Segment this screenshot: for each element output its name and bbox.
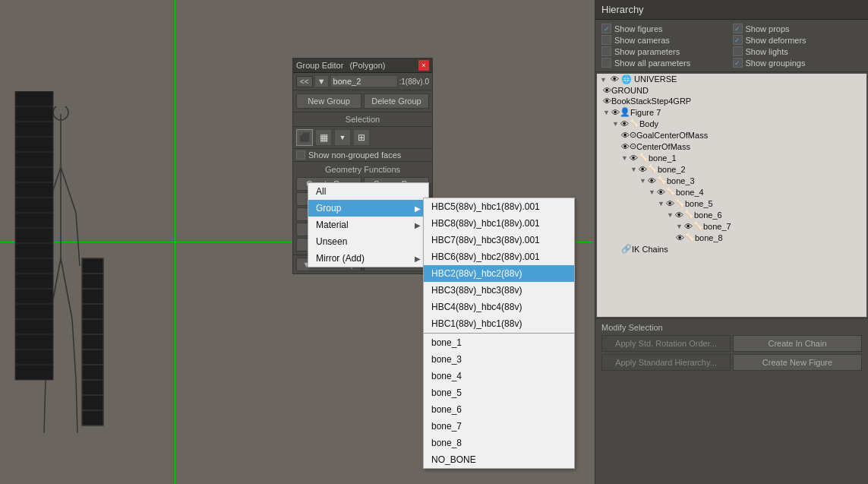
show-lights-checkbox[interactable] bbox=[733, 46, 743, 56]
tree-item-ground[interactable]: 👁 GROUND bbox=[597, 85, 866, 96]
collapse-arrow: ▼ bbox=[612, 120, 619, 128]
menu-item-unseen[interactable]: Unseen bbox=[308, 233, 428, 250]
arrow-icon: ▶ bbox=[415, 221, 421, 229]
nav-back-button[interactable]: << bbox=[296, 76, 313, 87]
create-in-chain-button[interactable]: Create In Chain bbox=[733, 335, 862, 352]
collapse-arrow: ▼ bbox=[603, 109, 610, 116]
bone-icon: 🦴 bbox=[684, 233, 695, 242]
submenu-item-4[interactable]: HBC2(88v)_hbc2(88v) bbox=[424, 265, 574, 282]
show-figures-label: Show figures bbox=[614, 24, 663, 33]
tree-item-bookstack[interactable]: 👁 BookStackStep4GRP bbox=[597, 96, 866, 106]
tree-item-figure7[interactable]: ▼ 👁 👤 Figure 7 bbox=[597, 106, 866, 118]
eye-icon: 👁 bbox=[666, 199, 674, 208]
show-props-label: Show props bbox=[746, 24, 790, 33]
show-parameters-checkbox[interactable] bbox=[601, 46, 611, 56]
bone-icon: 🦴 bbox=[665, 187, 676, 197]
apply-standard-hierarchy-button[interactable]: Apply Standard Hierarchy... bbox=[601, 354, 731, 371]
tree-item-body[interactable]: ▼ 👁 🦴 Body bbox=[597, 118, 866, 129]
show-all-parameters-label: Show all parameters bbox=[614, 59, 690, 68]
apply-std-rotation-button[interactable]: Apply Std. Rotation Order... bbox=[601, 335, 731, 352]
option-show-figures: Show figures bbox=[601, 24, 731, 33]
tree-item-ikchains[interactable]: 🔗 IK Chains bbox=[597, 243, 866, 255]
panel-title-text: Group Editor bbox=[296, 61, 343, 70]
tree-item-bone2[interactable]: ▼ 👁 🦴 bone_2 bbox=[597, 163, 866, 175]
show-non-grouped-checkbox[interactable] bbox=[296, 150, 305, 160]
show-deformers-checkbox[interactable] bbox=[733, 35, 743, 45]
tree-item-bone6[interactable]: ▼ 👁 🦴 bone_6 bbox=[597, 209, 866, 220]
modify-selection-section: Modify Selection Apply Std. Rotation Ord… bbox=[595, 318, 868, 377]
submenu-item-0[interactable]: HBC5(88v)_hbc1(88v).001 bbox=[424, 198, 574, 215]
submenu-item-5[interactable]: HBC3(88v)_hbc3(88v) bbox=[424, 282, 574, 299]
svg-line-7 bbox=[61, 258, 72, 319]
group-buttons-row: New Group Delete Group bbox=[293, 90, 432, 112]
tree-item-centerofmass[interactable]: 👁 ⊙ CenterOfMass bbox=[597, 141, 866, 152]
show-props-checkbox[interactable] bbox=[733, 24, 743, 33]
selection-icons-row: ⬛ ▦ ▼ ⊞ bbox=[293, 127, 432, 149]
submenu-item-15[interactable]: NO_BONE bbox=[424, 451, 574, 468]
collapse-arrow: ▼ bbox=[639, 177, 646, 185]
tree-label: Body bbox=[639, 119, 658, 128]
submenu-item-10[interactable]: bone_4 bbox=[424, 368, 574, 384]
select-dropdown-icon[interactable]: ▼ bbox=[334, 129, 351, 146]
svg-line-2 bbox=[61, 167, 76, 213]
submenu-item-12[interactable]: bone_6 bbox=[424, 401, 574, 418]
show-groupings-label: Show groupings bbox=[746, 59, 806, 68]
bone-info: :1(88v).0 bbox=[399, 78, 429, 86]
tree-item-bone1[interactable]: ▼ 👁 🦴 bone_1 bbox=[597, 152, 866, 163]
menu-item-all[interactable]: All bbox=[308, 183, 428, 200]
show-figures-checkbox[interactable] bbox=[601, 24, 611, 33]
menu-item-group[interactable]: Group ▶ bbox=[308, 200, 428, 217]
new-group-button[interactable]: New Group bbox=[296, 93, 361, 109]
submenu-item-14[interactable]: bone_8 bbox=[424, 435, 574, 451]
tree-label: bone_1 bbox=[649, 153, 677, 163]
eye-icon: 👁 bbox=[603, 96, 611, 106]
submenu-item-11[interactable]: bone_5 bbox=[424, 384, 574, 401]
menu-item-mirror[interactable]: Mirror (Add) ▶ bbox=[308, 250, 428, 267]
dot-icon: ⊙ bbox=[630, 141, 636, 151]
submenu-item-13[interactable]: bone_7 bbox=[424, 418, 574, 435]
select-edge-icon[interactable]: ▦ bbox=[315, 129, 332, 146]
submenu-item-2[interactable]: HBC7(88v)_hbc3(88v).001 bbox=[424, 232, 574, 248]
eye-icon: 👁 bbox=[611, 74, 619, 84]
select-vertex-icon[interactable]: ⊞ bbox=[353, 129, 370, 146]
option-show-parameters: Show parameters bbox=[601, 46, 731, 56]
hierarchy-tree[interactable]: ▼ 👁 🌐 UNIVERSE 👁 GROUND 👁 BookStackStep4… bbox=[597, 74, 866, 317]
show-groupings-checkbox[interactable] bbox=[733, 58, 743, 68]
show-cameras-checkbox[interactable] bbox=[601, 35, 611, 45]
create-new-figure-button[interactable]: Create New Figure bbox=[733, 354, 862, 371]
show-deformers-label: Show deformers bbox=[746, 36, 806, 45]
tree-item-universe[interactable]: ▼ 👁 🌐 UNIVERSE bbox=[597, 74, 866, 85]
tree-item-goalcenter[interactable]: 👁 ⊙ GoalCenterOfMass bbox=[597, 129, 866, 141]
context-menu: All Group ▶ Material ▶ Unseen Mirror (Ad… bbox=[308, 182, 429, 267]
submenu-item-6[interactable]: HBC4(88v)_hbc4(88v) bbox=[424, 299, 574, 315]
tree-label: bone_4 bbox=[676, 188, 704, 197]
submenu-item-1[interactable]: HBC8(88v)_hbc1(88v).001 bbox=[424, 215, 574, 232]
geometry-functions-label: Geometry Functions bbox=[296, 163, 429, 176]
panel-title: Group Editor (Polygon) bbox=[296, 61, 385, 70]
tree-label: bone_7 bbox=[703, 222, 731, 231]
tree-item-bone8[interactable]: 👁 🦴 bone_8 bbox=[597, 232, 866, 243]
tree-item-bone3[interactable]: ▼ 👁 🦴 bone_3 bbox=[597, 175, 866, 186]
tree-label: bone_6 bbox=[694, 210, 722, 220]
tree-item-bone7[interactable]: ▼ 👁 🦴 bone_7 bbox=[597, 220, 866, 232]
submenu-item-8[interactable]: bone_1 bbox=[424, 334, 574, 351]
arrow-icon: ▶ bbox=[415, 204, 421, 213]
submenu-item-3[interactable]: HBC6(88v)_hbc2(88v).001 bbox=[424, 248, 574, 265]
delete-group-button[interactable]: Delete Group bbox=[364, 93, 429, 109]
bone-icon: 🦴 bbox=[647, 164, 658, 174]
tree-item-bone4[interactable]: ▼ 👁 🦴 bone_4 bbox=[597, 186, 866, 198]
close-button[interactable]: × bbox=[418, 60, 429, 71]
submenu-item-7[interactable]: HBC1(88v)_hbc1(88v) bbox=[424, 315, 574, 332]
panel-titlebar: Group Editor (Polygon) × bbox=[293, 59, 432, 73]
tree-item-bone5[interactable]: ▼ 👁 🦴 bone_5 bbox=[597, 198, 866, 209]
selection-label: Selection bbox=[293, 112, 432, 127]
tree-label: BookStackStep4GRP bbox=[611, 96, 691, 106]
show-all-parameters-checkbox[interactable] bbox=[601, 58, 611, 68]
menu-item-material[interactable]: Material ▶ bbox=[308, 217, 428, 233]
select-polygon-icon[interactable]: ⬛ bbox=[296, 129, 313, 146]
option-show-all-parameters: Show all parameters bbox=[601, 58, 731, 68]
bone-icon: 🦴 bbox=[638, 153, 649, 163]
dropdown-arrow[interactable]: ▼ bbox=[314, 75, 329, 87]
submenu-item-9[interactable]: bone_3 bbox=[424, 351, 574, 368]
eye-icon: 👁 bbox=[603, 86, 611, 95]
